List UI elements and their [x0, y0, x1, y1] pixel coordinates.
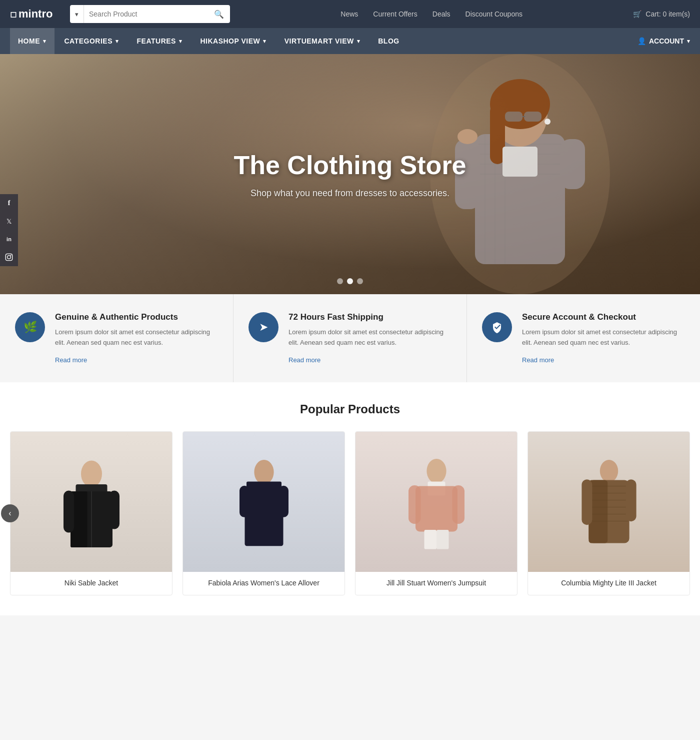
linkedin-button[interactable]: in: [0, 230, 18, 248]
product-image-2: [356, 432, 517, 572]
account-nav[interactable]: 👤 ACCOUNT ▾: [638, 37, 690, 45]
svg-point-21: [8, 256, 11, 259]
svg-point-19: [458, 129, 478, 144]
hero-dot-2[interactable]: [347, 278, 353, 284]
instagram-icon: [5, 253, 13, 261]
product-card-3[interactable]: Columbia Mighty Lite III Jacket: [528, 431, 690, 595]
nav-home[interactable]: HOME ▾: [10, 28, 54, 54]
svg-rect-42: [436, 530, 449, 549]
top-nav-deals[interactable]: Deals: [432, 10, 450, 18]
svg-rect-32: [244, 486, 283, 546]
nav-blog[interactable]: BLOG: [370, 28, 407, 54]
feature-description-2: Lorem ipsum dolor sit amet est consectet…: [522, 327, 685, 348]
svg-rect-28: [64, 490, 74, 532]
chevron-down-icon: ▾: [687, 38, 690, 45]
feature-card-1: ➤ 72 Hours Fast Shipping Lorem ipsum dol…: [234, 294, 467, 382]
facebook-button[interactable]: f: [0, 194, 18, 212]
products-section-title: Popular Products: [10, 402, 690, 416]
chevron-down-icon: ▾: [357, 38, 360, 45]
leaf-icon: 🌿: [24, 321, 37, 334]
nav-categories[interactable]: CATEGORIES ▾: [56, 28, 127, 54]
instagram-button[interactable]: [0, 248, 18, 266]
cart-label: Cart: 0 item(s): [646, 10, 690, 18]
nav-features[interactable]: FEATURES ▾: [129, 28, 190, 54]
feature-description-1: Lorem ipsum dolor sit amet est consectet…: [288, 327, 452, 348]
svg-rect-38: [416, 486, 458, 531]
logo-icon: ◻: [10, 10, 16, 19]
prev-button[interactable]: ‹: [1, 504, 19, 522]
top-nav-current-offers[interactable]: Current Offers: [373, 10, 417, 18]
feature-title-1: 72 Hours Fast Shipping: [288, 312, 452, 322]
product-name-1: Fabiola Arias Women's Lace Allover: [183, 572, 344, 595]
main-nav: HOME ▾ CATEGORIES ▾ FEATURES ▾ HIKASHOP …: [0, 28, 700, 54]
account-icon: 👤: [638, 37, 646, 45]
feature-read-more-0[interactable]: Read more: [55, 356, 87, 364]
feature-read-more-1[interactable]: Read more: [288, 356, 320, 364]
product-image-1: [183, 432, 344, 572]
product-card-2[interactable]: Jill Jill Stuart Women's Jumpsuit: [355, 431, 518, 595]
nav-virtuemart-view[interactable]: VIRTUEMART VIEW ▾: [276, 28, 368, 54]
feature-icon-0: 🌿: [15, 312, 45, 342]
cart-icon: 🛒: [633, 10, 642, 18]
feature-card-0: 🌿 Genuine & Authentic Products Lorem ips…: [0, 294, 234, 382]
search-button[interactable]: 🔍: [208, 10, 230, 19]
nav-hikashop-view[interactable]: HIKASHOP VIEW ▾: [192, 28, 274, 54]
main-nav-items: HOME ▾ CATEGORIES ▾ FEATURES ▾ HIKASHOP …: [10, 28, 638, 54]
chevron-down-icon: ▾: [263, 38, 266, 45]
chevron-down-icon: ▾: [179, 38, 182, 45]
top-nav-news[interactable]: News: [340, 10, 358, 18]
feature-card-2: Secure Account & Checkout Lorem ipsum do…: [467, 294, 700, 382]
svg-rect-12: [505, 112, 522, 122]
product-card-0[interactable]: Niki Sable Jacket: [10, 431, 172, 595]
feature-read-more-2[interactable]: Read more: [522, 356, 554, 364]
svg-rect-29: [109, 490, 120, 529]
svg-point-43: [600, 460, 618, 482]
product-name-2: Jill Jill Stuart Women's Jumpsuit: [356, 572, 517, 595]
feature-title-0: Genuine & Authentic Products: [55, 312, 218, 322]
top-nav-discount-coupons[interactable]: Discount Coupons: [466, 10, 522, 18]
product-name-0: Niki Sable Jacket: [10, 572, 172, 595]
logo-text: mintro: [18, 8, 52, 21]
svg-rect-16: [502, 147, 538, 177]
product-figure-1: [229, 437, 299, 567]
feature-content-0: Genuine & Authentic Products Lorem ipsum…: [55, 312, 218, 364]
svg-rect-35: [278, 485, 288, 517]
svg-point-23: [81, 460, 102, 487]
svg-rect-34: [240, 485, 250, 517]
search-category-dropdown[interactable]: ▾: [70, 5, 84, 23]
shield-icon: [491, 321, 503, 333]
svg-rect-18: [560, 139, 585, 189]
cart-area[interactable]: 🛒 Cart: 0 item(s): [633, 10, 690, 18]
hero-dot-1[interactable]: [337, 278, 343, 284]
product-image-0: [10, 432, 172, 572]
hero-dot-3[interactable]: [357, 278, 363, 284]
hero-content: The Clothing Store Shop what you need fr…: [234, 150, 466, 199]
svg-rect-20: [6, 254, 12, 260]
product-figure-0: [56, 437, 126, 567]
search-input[interactable]: [84, 10, 208, 18]
top-nav: News Current Offers Deals Discount Coupo…: [240, 10, 623, 18]
feature-content-2: Secure Account & Checkout Lorem ipsum do…: [522, 312, 685, 364]
product-card-1[interactable]: Fabiola Arias Women's Lace Allover: [182, 431, 345, 595]
search-box: ▾ 🔍: [70, 5, 230, 23]
svg-rect-53: [626, 479, 636, 521]
hero-dots: [337, 278, 363, 284]
svg-point-36: [426, 458, 446, 483]
logo[interactable]: ◻ mintro: [10, 8, 60, 21]
shipping-icon: ➤: [259, 321, 268, 334]
hero-section: f 𝕏 in The Clothing Store Shop what you …: [0, 54, 700, 294]
feature-content-1: 72 Hours Fast Shipping Lorem ipsum dolor…: [288, 312, 452, 364]
feature-title-2: Secure Account & Checkout: [522, 312, 685, 322]
feature-icon-2: [482, 312, 512, 342]
svg-rect-52: [582, 479, 592, 525]
twitter-button[interactable]: 𝕏: [0, 212, 18, 230]
feature-description-0: Lorem ipsum dolor sit amet est consectet…: [55, 327, 218, 348]
product-image-3: [528, 432, 690, 572]
svg-point-15: [544, 119, 550, 125]
svg-point-22: [10, 255, 12, 256]
hero-subtitle: Shop what you need from dresses to acces…: [234, 188, 466, 199]
social-sidebar: f 𝕏 in: [0, 194, 18, 266]
product-figure-2: [402, 437, 472, 567]
product-figure-3: [574, 437, 644, 567]
features-section: 🌿 Genuine & Authentic Products Lorem ips…: [0, 294, 700, 382]
